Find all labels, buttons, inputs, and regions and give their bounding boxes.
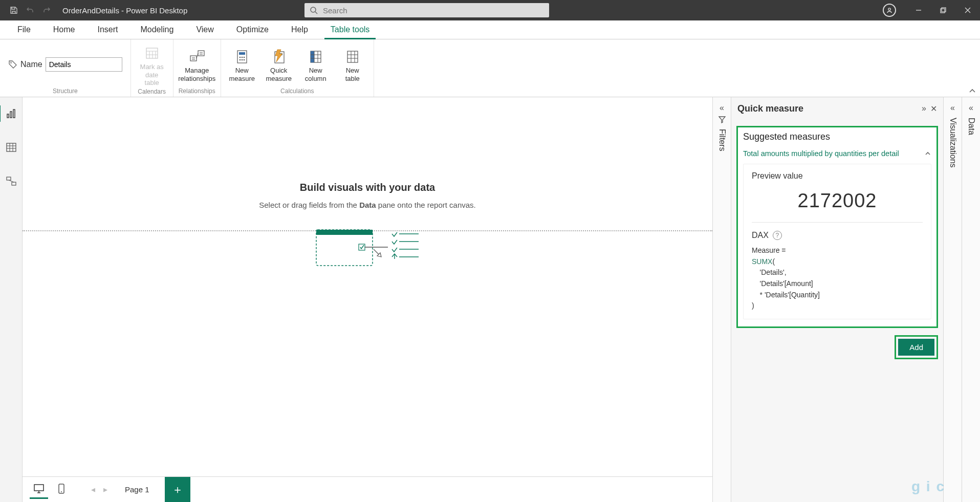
- page-next-icon[interactable]: ▸: [101, 485, 110, 494]
- svg-point-28: [241, 59, 243, 61]
- svg-line-53: [9, 180, 14, 182]
- tab-table-tools[interactable]: Table tools: [319, 20, 381, 39]
- preview-value: 2172002: [752, 181, 923, 222]
- visualizations-label[interactable]: Visualizations: [948, 118, 957, 168]
- dax-code: Measure = SUMX( 'Details', 'Details'[Amo…: [752, 245, 923, 312]
- svg-rect-44: [10, 112, 12, 118]
- ribbon: Name Structure Mark as date table Calend…: [0, 39, 980, 97]
- svg-rect-23: [239, 52, 245, 55]
- page-tab[interactable]: Page 1: [114, 480, 161, 499]
- funnel-icon: [718, 116, 726, 124]
- new-table-button[interactable]: New table: [337, 46, 368, 82]
- page-prev-icon[interactable]: ◂: [89, 485, 97, 494]
- manage-relationships-button[interactable]: Manage relationships: [181, 46, 213, 82]
- visualizations-pane-collapsed: « Visualizations: [943, 97, 962, 502]
- collapse-pane-icon[interactable]: »: [922, 104, 926, 113]
- model-view-icon[interactable]: [1, 171, 21, 191]
- close-pane-icon[interactable]: ✕: [930, 104, 937, 114]
- search-input[interactable]: [323, 6, 544, 15]
- watermark: g i c: [911, 478, 945, 495]
- canvas-empty-subtitle: Select or drag fields from the Data pane…: [214, 201, 521, 209]
- page-strip: ◂ ▸ Page 1 ＋: [23, 476, 712, 502]
- svg-point-27: [239, 59, 241, 61]
- add-button-highlight: Add: [895, 335, 938, 359]
- title-bar: OrderAndDetails - Power BI Desktop: [0, 0, 980, 20]
- svg-rect-52: [12, 182, 16, 185]
- svg-rect-16: [198, 51, 204, 56]
- suggested-measure-item[interactable]: Total amounts multiplied by quantities p…: [743, 147, 931, 160]
- tab-help[interactable]: Help: [280, 20, 319, 39]
- desktop-layout-icon[interactable]: [30, 481, 48, 499]
- mark-as-date-button[interactable]: Mark as date table: [136, 42, 168, 87]
- svg-rect-56: [359, 244, 365, 250]
- new-measure-button[interactable]: New measure: [226, 46, 258, 82]
- table-name-input[interactable]: [46, 57, 122, 72]
- undo-icon[interactable]: [26, 6, 35, 15]
- svg-rect-55: [316, 230, 373, 235]
- svg-rect-5: [942, 8, 946, 12]
- svg-rect-45: [13, 110, 15, 118]
- mobile-layout-icon[interactable]: [52, 481, 71, 499]
- svg-rect-43: [7, 114, 9, 118]
- svg-point-25: [241, 57, 243, 58]
- data-label[interactable]: Data: [967, 118, 976, 135]
- expand-visualizations-icon[interactable]: «: [950, 103, 955, 113]
- svg-rect-46: [7, 143, 16, 151]
- maximize-button[interactable]: [931, 0, 955, 20]
- canvas-empty-title: Build visuals with your data: [214, 182, 521, 193]
- tab-insert[interactable]: Insert: [86, 20, 129, 39]
- svg-rect-62: [34, 485, 43, 491]
- ribbon-collapse-icon[interactable]: [969, 88, 976, 95]
- data-view-icon[interactable]: [1, 137, 21, 158]
- tab-file[interactable]: File: [6, 20, 42, 39]
- quick-measure-button[interactable]: Quick measure: [263, 46, 295, 82]
- suggested-measures-title: Suggested measures: [743, 132, 931, 142]
- group-label-structure: Structure: [53, 86, 78, 96]
- redo-icon[interactable]: [42, 6, 51, 15]
- tab-modeling[interactable]: Modeling: [129, 20, 185, 39]
- filters-label[interactable]: Filters: [717, 129, 727, 151]
- expand-data-icon[interactable]: «: [969, 103, 973, 113]
- search-box[interactable]: [304, 3, 549, 17]
- svg-rect-9: [146, 48, 158, 58]
- svg-point-29: [243, 59, 245, 61]
- save-icon[interactable]: [9, 6, 18, 15]
- svg-rect-33: [311, 51, 314, 62]
- group-label-relationships: Relationships: [179, 86, 215, 96]
- tag-icon: [8, 60, 17, 69]
- group-structure: Name Structure: [0, 39, 131, 97]
- svg-point-2: [888, 8, 890, 10]
- app-title: OrderAndDetails - Power BI Desktop: [62, 6, 187, 15]
- expand-filters-icon[interactable]: «: [720, 103, 724, 113]
- tab-home[interactable]: Home: [42, 20, 86, 39]
- svg-rect-38: [347, 51, 358, 62]
- view-rail: [0, 97, 23, 502]
- report-canvas[interactable]: Build visuals with your data Select or d…: [23, 97, 712, 476]
- suggested-measures-box: Suggested measures Total amounts multipl…: [736, 126, 938, 328]
- svg-line-1: [315, 12, 317, 14]
- search-icon: [310, 6, 318, 14]
- svg-rect-4: [941, 9, 945, 13]
- group-label-calendars: Calendars: [138, 87, 166, 96]
- report-view-icon[interactable]: [1, 103, 21, 124]
- add-page-button[interactable]: ＋: [165, 477, 190, 503]
- group-calendars: Mark as date table Calendars: [131, 39, 173, 97]
- tab-optimize[interactable]: Optimize: [225, 20, 280, 39]
- new-measure-label: New measure: [229, 67, 255, 82]
- group-label-calculations: Calculations: [280, 86, 314, 96]
- svg-rect-51: [7, 177, 11, 180]
- minimize-button[interactable]: [906, 0, 931, 20]
- ribbon-tabs: File Home Insert Modeling View Optimize …: [0, 20, 980, 39]
- tab-view[interactable]: View: [185, 20, 225, 39]
- data-pane-collapsed: « Data: [962, 97, 980, 502]
- svg-point-66: [61, 491, 62, 492]
- quick-measure-pane: Quick measure » ✕ Suggested measures Tot…: [731, 97, 943, 502]
- add-button[interactable]: Add: [898, 339, 934, 356]
- help-icon[interactable]: ?: [773, 231, 782, 240]
- manage-relationships-label: Manage relationships: [178, 67, 215, 82]
- new-column-button[interactable]: New column: [300, 46, 332, 82]
- canvas-area: Build visuals with your data Select or d…: [23, 97, 712, 502]
- user-account-icon[interactable]: [883, 4, 896, 17]
- close-button[interactable]: [955, 0, 980, 20]
- chevron-up-icon: [924, 150, 931, 157]
